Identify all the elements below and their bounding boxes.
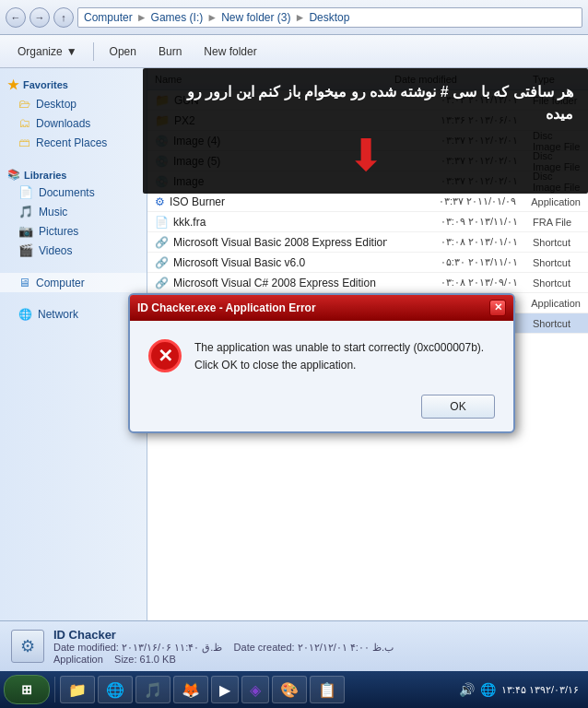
media-icon: 🎵 (144, 681, 162, 699)
windows-logo-icon: ⊞ (21, 682, 32, 697)
ie-icon: 🌐 (106, 681, 124, 699)
dialog-body: ✕ The application was unable to start co… (130, 321, 513, 387)
firefox-icon: 🦊 (182, 681, 200, 699)
ok-button[interactable]: OK (421, 395, 495, 419)
explorer-icon: 📁 (68, 681, 87, 699)
taskbar-explorer-button[interactable]: 📁 (60, 676, 95, 703)
taskbar-paint-button[interactable]: 🎨 (272, 676, 307, 703)
taskbar-ie-button[interactable]: 🌐 (98, 676, 133, 703)
paint-icon: 🎨 (280, 681, 299, 699)
tray-icon-2[interactable]: 🌐 (480, 682, 496, 697)
start-button[interactable]: ⊞ (4, 675, 50, 704)
taskbar-media2-button[interactable]: ▶ (211, 676, 239, 703)
dialog-close-button[interactable]: ✕ (489, 300, 506, 316)
taskbar-vs-button[interactable]: ◈ (241, 676, 269, 703)
dialog-footer: OK (130, 387, 513, 431)
vs-icon: ◈ (250, 681, 261, 699)
system-clock[interactable]: ۱۳:۴۵ ۱۳۹۲/۰۳/۱۶ (501, 683, 579, 696)
error-icon: ✕ (148, 339, 182, 372)
app-icon: 📋 (318, 681, 336, 699)
dialog-title: ID Chacker.exe - Application Error (137, 301, 316, 314)
taskbar-media-button[interactable]: 🎵 (135, 676, 171, 703)
taskbar-separator (54, 677, 55, 702)
error-dialog: ID Chacker.exe - Application Error ✕ ✕ T… (128, 293, 515, 433)
taskbar: ⊞ 📁 🌐 🎵 🦊 ▶ ◈ 🎨 📋 🔊 🌐 ۱۳:۴۵ ۱۳۹۲/۰۳/۱۶ (0, 671, 588, 708)
taskbar-firefox-button[interactable]: 🦊 (173, 676, 208, 703)
taskbar-app-button[interactable]: 📋 (310, 676, 345, 703)
system-tray: 🔊 🌐 ۱۳:۴۵ ۱۳۹۲/۰۳/۱۶ (453, 682, 584, 697)
dialog-titlebar: ID Chacker.exe - Application Error ✕ (130, 295, 513, 321)
dialog-overlay: ID Chacker.exe - Application Error ✕ ✕ T… (0, 0, 588, 671)
tray-icon-1[interactable]: 🔊 (459, 682, 475, 697)
dialog-message: The application was unable to start corr… (194, 339, 495, 374)
media2-icon: ▶ (219, 681, 230, 699)
